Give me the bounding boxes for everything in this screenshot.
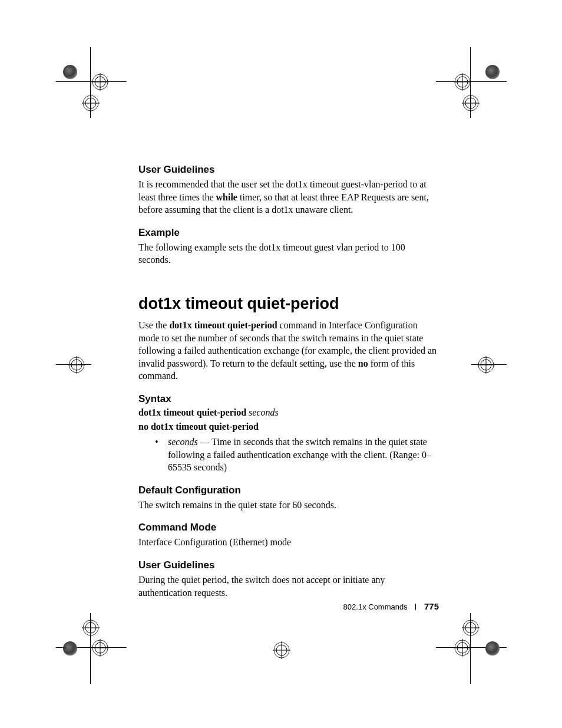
syntax-line-2: no dot1x timeout quiet-period <box>138 421 439 432</box>
syntax1-italic: seconds <box>249 407 279 417</box>
text-intro: Use the dot1x timeout quiet-period comma… <box>138 319 439 383</box>
svg-point-16 <box>71 360 82 370</box>
svg-point-0 <box>95 77 105 87</box>
footer-section-label: 802.1x Commands <box>343 602 408 611</box>
intro-bold2: no <box>358 358 368 368</box>
text-user-guidelines-2: During the quiet period, the switch does… <box>138 574 439 599</box>
footer-page-number: 775 <box>424 601 439 611</box>
svg-point-25 <box>92 640 108 655</box>
text-user-guidelines-1: It is recommended that the user set the … <box>138 178 439 216</box>
svg-point-17 <box>69 357 84 373</box>
crop-mark-mid-left <box>56 330 127 401</box>
crop-mark-bottom-left <box>56 613 127 684</box>
heading-user-guidelines-2: User Guidelines <box>138 559 439 571</box>
syntax1-bold: dot1x timeout quiet-period <box>138 407 246 417</box>
svg-point-8 <box>457 77 468 87</box>
text-command-mode: Interface Configuration (Ethernet) mode <box>138 536 439 549</box>
svg-point-29 <box>83 620 98 635</box>
heading-user-guidelines-1: User Guidelines <box>138 164 439 176</box>
svg-point-21 <box>478 357 494 373</box>
svg-point-32 <box>457 643 468 653</box>
heading-main-title: dot1x timeout quiet-period <box>138 295 439 313</box>
syntax-bullet-item: seconds — Time in seconds that the switc… <box>138 436 439 474</box>
text-default-config: The switch remains in the quiet state fo… <box>138 499 439 512</box>
crop-mark-bottom-center <box>273 641 290 659</box>
svg-point-5 <box>83 95 98 111</box>
svg-point-36 <box>465 622 476 633</box>
bullet-text: — Time in seconds that the switch remain… <box>168 437 431 472</box>
svg-point-20 <box>481 360 491 370</box>
svg-point-24 <box>95 643 105 653</box>
intro-bold1: dot1x timeout quiet-period <box>169 320 277 330</box>
svg-point-4 <box>85 98 96 108</box>
svg-point-9 <box>455 74 470 90</box>
text-example: The following example sets the dot1x tim… <box>138 241 439 266</box>
svg-point-1 <box>92 74 108 90</box>
svg-point-12 <box>465 98 476 108</box>
heading-syntax: Syntax <box>138 393 439 405</box>
crop-mark-bottom-right <box>436 613 507 684</box>
crop-mark-mid-right <box>436 330 507 401</box>
svg-point-33 <box>455 640 470 655</box>
ug1-bold: while <box>216 192 237 202</box>
intro-prefix: Use the <box>138 320 169 330</box>
syntax-bullet-list: seconds — Time in seconds that the switc… <box>138 436 439 474</box>
page-footer: 802.1x Commands 775 <box>138 601 439 611</box>
heading-default-config: Default Configuration <box>138 485 439 496</box>
crop-mark-top-right <box>436 47 507 118</box>
heading-example: Example <box>138 227 439 239</box>
svg-point-13 <box>463 95 478 111</box>
bullet-term: seconds <box>168 437 198 447</box>
svg-point-28 <box>85 622 96 633</box>
footer-separator <box>415 604 416 610</box>
crop-mark-top-left <box>56 47 127 118</box>
page-content: User Guidelines It is recommended that t… <box>138 153 439 605</box>
heading-command-mode: Command Mode <box>138 522 439 533</box>
svg-point-37 <box>463 620 478 635</box>
syntax-line-1: dot1x timeout quiet-period seconds <box>138 407 439 418</box>
